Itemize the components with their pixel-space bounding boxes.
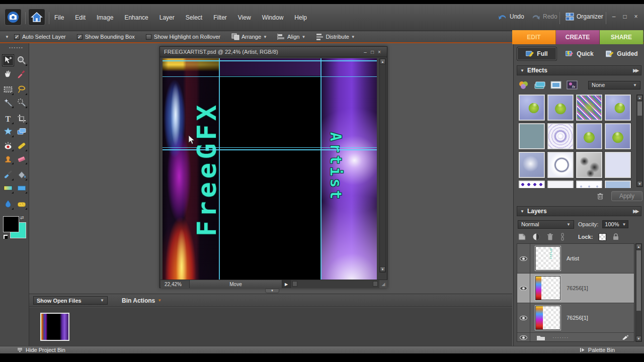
scrollbar-thumb[interactable]	[636, 250, 641, 311]
opacity-field[interactable]: 100%▼	[602, 220, 628, 228]
scroll-up-arrow[interactable]: ▲	[636, 244, 641, 249]
straighten-tool[interactable]	[16, 126, 28, 138]
menu-filter[interactable]: Filter	[213, 14, 227, 21]
layer-name[interactable]: Artist	[567, 255, 579, 261]
layer-visibility-toggle[interactable]	[517, 244, 530, 274]
edit-mode-quick[interactable]: Quick	[560, 47, 599, 61]
arrange-button[interactable]: Arrange▼	[231, 33, 267, 40]
organizer-button[interactable]: Organizer	[566, 13, 603, 21]
show-highlight-option[interactable]: Show Highlight on Rollover	[146, 34, 220, 40]
lasso-tool[interactable]	[16, 83, 28, 96]
lock-all-padlock-icon[interactable]	[612, 233, 619, 241]
layers-panel-header[interactable]: ▼ Layers ▶▶	[517, 206, 641, 216]
magic-wand-tool[interactable]	[2, 97, 14, 109]
status-tool-label[interactable]: Move	[190, 280, 282, 288]
align-button[interactable]: Align▼	[277, 33, 305, 40]
menu-help[interactable]: Help	[294, 14, 307, 21]
layer-visibility-toggle[interactable]	[517, 303, 530, 333]
scrollbar-thumb[interactable]	[637, 102, 642, 116]
toolbox-grip[interactable]: ••••••	[9, 45, 24, 50]
shape-tool[interactable]	[16, 182, 28, 194]
panel-menu-icon[interactable]: ▶▶	[633, 209, 638, 214]
layer-name[interactable]: 76256[1]	[567, 285, 588, 291]
effect-thumbnail[interactable]	[519, 95, 545, 121]
undo-button[interactable]: Undo	[498, 13, 524, 20]
collapse-triangle-icon[interactable]: ▼	[520, 209, 524, 214]
menu-file[interactable]: File	[54, 14, 64, 21]
menu-edit[interactable]: Edit	[75, 14, 86, 21]
effect-thumbnail[interactable]	[547, 152, 574, 178]
delete-layer-trash-icon[interactable]	[546, 233, 554, 241]
bin-actions-menu[interactable]: Bin Actions▼	[122, 297, 162, 304]
healing-brush-tool[interactable]	[16, 140, 28, 152]
effect-thumbnail[interactable]	[576, 95, 602, 121]
resize-grip-icon[interactable]: ◢	[379, 280, 387, 288]
scroll-up-arrow[interactable]: ▲	[380, 59, 385, 64]
show-open-files-dropdown[interactable]: Show Open Files▼	[33, 296, 108, 305]
open-file-thumbnail[interactable]	[40, 313, 69, 341]
layer-row-76256-2[interactable]: 76256[1]	[517, 303, 634, 333]
effect-thumbnail[interactable]	[576, 152, 602, 178]
show-bounding-box-option[interactable]: ✓ Show Bounding Box	[77, 34, 135, 40]
project-bin-collapse-handle[interactable]: ▼	[265, 289, 279, 293]
show-bounding-box-checkbox[interactable]: ✓	[77, 34, 83, 40]
effect-thumbnail[interactable]	[605, 123, 631, 149]
scroll-up-arrow[interactable]: ▲	[637, 95, 642, 101]
scroll-down-arrow[interactable]: ▼	[637, 181, 642, 187]
eraser-tool[interactable]	[16, 153, 28, 165]
hand-tool[interactable]	[2, 67, 14, 79]
lock-transparency-button[interactable]	[599, 233, 606, 241]
effect-thumbnail[interactable]	[547, 95, 574, 121]
menu-select[interactable]: Select	[186, 14, 202, 21]
document-titlebar[interactable]: FREEGXARTIST.psd @ 22,4% (Artist, RGB/8)…	[160, 47, 387, 57]
switch-colors-icon[interactable]: ⇄	[20, 215, 24, 220]
panel-menu-icon[interactable]: ▶▶	[633, 68, 638, 73]
distribute-button[interactable]: Distribute▼	[315, 33, 355, 40]
zoom-tool[interactable]	[16, 54, 28, 66]
rectangular-marquee-tool[interactable]	[2, 83, 14, 96]
adjustment-layer-icon[interactable]	[532, 233, 540, 241]
frames-category-icon[interactable]	[550, 80, 562, 90]
menu-image[interactable]: Image	[97, 14, 113, 21]
photo-effects-category-icon[interactable]: fx	[566, 80, 578, 90]
effect-thumbnail[interactable]	[576, 180, 602, 188]
effect-thumbnail[interactable]	[576, 123, 602, 149]
crop-tool[interactable]	[16, 113, 28, 125]
layer-row-76256-1[interactable]: 76256[1]	[517, 274, 634, 303]
camera-app-button[interactable]	[5, 9, 22, 26]
default-colors-icon[interactable]	[3, 234, 8, 239]
effects-scrollbar[interactable]: ▲ ▼	[636, 95, 643, 187]
doc-close-button[interactable]: ×	[376, 49, 383, 55]
menu-enhance[interactable]: Enhance	[124, 14, 148, 21]
auto-select-layer-checkbox[interactable]: ✓	[14, 34, 20, 40]
doc-minimize-button[interactable]: –	[362, 49, 369, 55]
layer-visibility-toggle[interactable]	[517, 274, 530, 303]
clone-stamp-tool[interactable]	[2, 153, 14, 165]
tab-create[interactable]: CREATE	[556, 30, 600, 44]
cookie-cutter-tool[interactable]	[2, 126, 14, 138]
status-expand-arrow[interactable]: ▶	[282, 280, 291, 288]
effects-filter-dropdown[interactable]: None▼	[588, 81, 640, 89]
layer-name[interactable]: 76256[1]	[567, 315, 588, 321]
close-button[interactable]: ×	[632, 13, 640, 20]
hide-project-bin-button[interactable]: Hide Project Bin	[17, 347, 65, 353]
home-button[interactable]	[28, 9, 45, 26]
layer-row-group-clipped[interactable]: ·······	[517, 333, 634, 342]
new-layer-icon[interactable]	[518, 233, 526, 241]
scroll-down-arrow[interactable]: ▼	[380, 266, 385, 272]
type-tool[interactable]: T	[2, 113, 14, 125]
layers-scrollbar[interactable]: ▲ ▼	[635, 243, 642, 342]
zoom-level-field[interactable]: 22,42%	[160, 280, 190, 288]
menu-view[interactable]: View	[238, 14, 251, 21]
tab-share[interactable]: SHARE	[600, 30, 643, 44]
effects-panel-header[interactable]: ▼ Effects ▶▶	[517, 65, 641, 75]
layer-thumbnail[interactable]	[535, 276, 560, 300]
filters-category-icon[interactable]	[518, 80, 530, 90]
quick-selection-tool[interactable]	[16, 97, 28, 109]
edit-mode-guided[interactable]: Guided	[602, 47, 641, 61]
move-tool[interactable]	[2, 54, 14, 66]
scroll-right-cap[interactable]	[373, 281, 378, 287]
effect-thumbnail[interactable]	[547, 123, 574, 149]
minimize-button[interactable]: –	[610, 13, 618, 20]
link-layers-icon[interactable]	[560, 233, 565, 241]
